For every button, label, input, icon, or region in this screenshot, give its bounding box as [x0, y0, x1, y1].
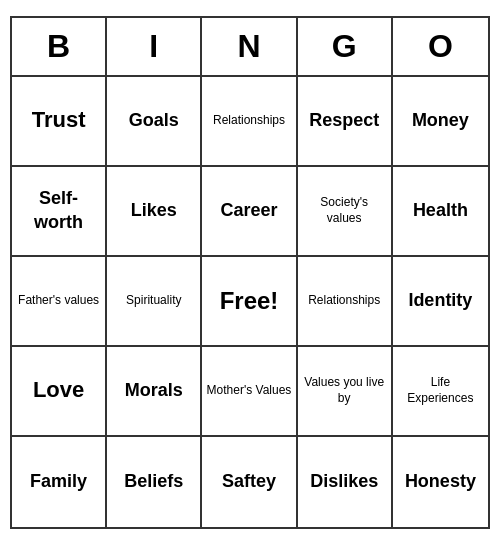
bingo-header-letter: G	[298, 18, 393, 75]
bingo-cell: Respect	[298, 77, 393, 167]
bingo-cell: Society's values	[298, 167, 393, 257]
bingo-cell: Values you live by	[298, 347, 393, 437]
bingo-cell: Trust	[12, 77, 107, 167]
bingo-header-letter: O	[393, 18, 488, 75]
bingo-grid: TrustGoalsRelationshipsRespectMoneySelf-…	[12, 77, 488, 527]
bingo-cell: Saftey	[202, 437, 297, 527]
bingo-card: BINGO TrustGoalsRelationshipsRespectMone…	[10, 16, 490, 529]
bingo-cell: Morals	[107, 347, 202, 437]
bingo-header-letter: I	[107, 18, 202, 75]
bingo-cell: Identity	[393, 257, 488, 347]
bingo-header: BINGO	[12, 18, 488, 77]
bingo-cell: Health	[393, 167, 488, 257]
bingo-cell: Mother's Values	[202, 347, 297, 437]
bingo-cell: Beliefs	[107, 437, 202, 527]
bingo-cell: Self-worth	[12, 167, 107, 257]
bingo-cell: Goals	[107, 77, 202, 167]
bingo-cell: Honesty	[393, 437, 488, 527]
bingo-header-letter: N	[202, 18, 297, 75]
bingo-cell: Spirituality	[107, 257, 202, 347]
bingo-cell: Love	[12, 347, 107, 437]
bingo-cell: Family	[12, 437, 107, 527]
bingo-cell: Free!	[202, 257, 297, 347]
bingo-cell: Father's values	[12, 257, 107, 347]
bingo-header-letter: B	[12, 18, 107, 75]
bingo-cell: Relationships	[202, 77, 297, 167]
bingo-cell: Likes	[107, 167, 202, 257]
bingo-cell: Relationships	[298, 257, 393, 347]
bingo-cell: Life Experiences	[393, 347, 488, 437]
bingo-cell: Career	[202, 167, 297, 257]
bingo-cell: Money	[393, 77, 488, 167]
bingo-cell: Dislikes	[298, 437, 393, 527]
